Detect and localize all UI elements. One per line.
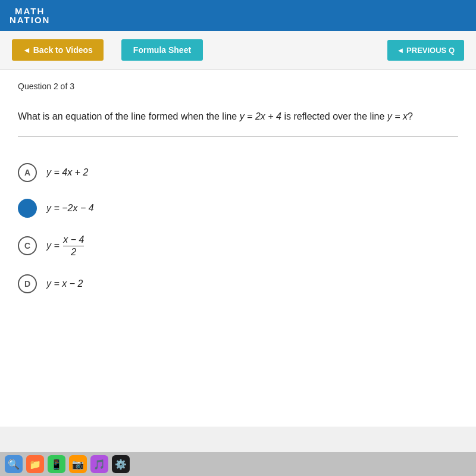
question-nav: Question 2 of 3 bbox=[18, 82, 458, 91]
answer-item-a[interactable]: A y = 4x + 2 bbox=[18, 155, 458, 190]
logo-math: MATH bbox=[15, 7, 45, 15]
answer-item-b[interactable]: y = −2x − 4 bbox=[18, 190, 458, 226]
back-to-videos-button[interactable]: ◄ Back to Videos bbox=[12, 39, 104, 61]
choice-indicator-d: D bbox=[18, 274, 37, 293]
logo: MATH NATION bbox=[10, 7, 50, 24]
content-area: Question 2 of 3 What is an equation of t… bbox=[0, 70, 476, 427]
choice-indicator-b bbox=[18, 199, 37, 218]
question-text: What is an equation of the line formed w… bbox=[18, 109, 458, 124]
logo-nation: NATION bbox=[10, 15, 50, 24]
math-expression-1: y = 2x + 4 bbox=[240, 111, 281, 121]
answer-choices: A y = 4x + 2 y = −2x − 4 C y = x − 4 2 bbox=[18, 149, 458, 308]
divider bbox=[18, 136, 458, 137]
taskbar-icon-1[interactable]: 📁 bbox=[26, 455, 44, 473]
taskbar-icon-5[interactable]: ⚙️ bbox=[112, 455, 130, 473]
taskbar-icon-2[interactable]: 📱 bbox=[48, 455, 65, 473]
taskbar-icon-3[interactable]: 📷 bbox=[69, 455, 87, 473]
choice-text-d: y = x − 2 bbox=[46, 278, 83, 289]
answer-item-c[interactable]: C y = x − 4 2 bbox=[18, 226, 458, 266]
math-expression-2: y = x bbox=[387, 111, 408, 121]
choice-indicator-a: A bbox=[18, 163, 37, 182]
choice-text-b: y = −2x − 4 bbox=[46, 203, 94, 214]
answer-item-d[interactable]: D y = x − 2 bbox=[18, 266, 458, 302]
formula-sheet-button[interactable]: Formula Sheet bbox=[121, 39, 203, 61]
previous-question-button[interactable]: ◄ PREVIOUS Q bbox=[387, 40, 464, 61]
taskbar: 🔍 📁 📱 📷 🎵 ⚙️ bbox=[0, 452, 476, 476]
choice-indicator-c: C bbox=[18, 236, 37, 255]
taskbar-finder-icon[interactable]: 🔍 bbox=[5, 455, 23, 473]
taskbar-icon-4[interactable]: 🎵 bbox=[90, 455, 108, 473]
fraction-expression: x − 4 2 bbox=[63, 234, 84, 258]
header: MATH NATION bbox=[0, 0, 476, 31]
choice-text-c: y = x − 4 2 bbox=[46, 234, 85, 258]
toolbar: ◄ Back to Videos Formula Sheet ◄ PREVIOU… bbox=[0, 31, 476, 70]
choice-text-a: y = 4x + 2 bbox=[46, 167, 88, 178]
